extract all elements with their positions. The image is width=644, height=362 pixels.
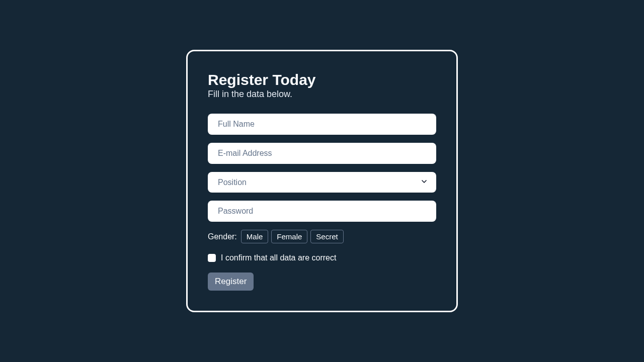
register-card: Register Today Fill in the data below. P… <box>186 50 458 312</box>
position-select[interactable]: Position <box>208 172 436 193</box>
email-input[interactable] <box>208 143 436 164</box>
full-name-input[interactable] <box>208 114 436 135</box>
confirm-label: I confirm that all data are correct <box>221 253 336 262</box>
gender-row: Gender: Male Female Secret <box>208 230 436 243</box>
gender-option-male[interactable]: Male <box>241 230 269 243</box>
card-subtitle: Fill in the data below. <box>208 89 436 100</box>
position-select-wrap: Position <box>208 172 436 193</box>
password-input[interactable] <box>208 201 436 222</box>
confirm-row[interactable]: I confirm that all data are correct <box>208 253 436 262</box>
gender-option-female[interactable]: Female <box>271 230 307 243</box>
register-button[interactable]: Register <box>208 273 254 291</box>
confirm-checkbox[interactable] <box>208 254 216 262</box>
card-title: Register Today <box>208 71 436 88</box>
gender-option-secret[interactable]: Secret <box>310 230 343 243</box>
form-fields: Position Gender: Male Female Secret I co… <box>208 114 436 291</box>
gender-label: Gender: <box>208 232 237 241</box>
